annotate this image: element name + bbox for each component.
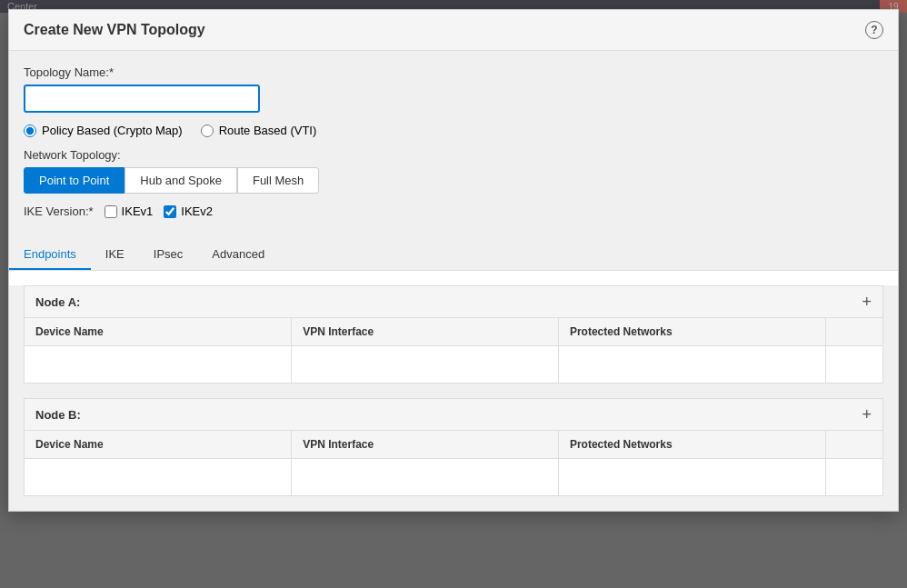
- policy-based-label: Policy Based (Crypto Map): [42, 124, 183, 137]
- node-b-header: Node B: +: [25, 399, 882, 431]
- node-b-col-device-name: Device Name: [25, 431, 292, 459]
- tabs-container: Endpoints IKE IPsec Advanced: [9, 240, 898, 271]
- modal-header: Create New VPN Topology ?: [9, 10, 898, 51]
- tab-endpoints[interactable]: Endpoints: [9, 240, 91, 270]
- node-a-vpn-cell: [292, 346, 559, 384]
- node-a-col-device-name: Device Name: [25, 318, 292, 346]
- ikev2-checkbox[interactable]: [164, 205, 176, 218]
- node-a-add-icon[interactable]: +: [862, 294, 872, 310]
- tab-advanced[interactable]: Advanced: [197, 240, 279, 270]
- node-a-table-header-row: Device Name VPN Interface Protected Netw…: [25, 318, 882, 346]
- hub-and-spoke-button[interactable]: Hub and Spoke: [125, 167, 237, 194]
- node-b-empty-row: [25, 459, 882, 496]
- node-a-title: Node A:: [35, 295, 80, 309]
- node-a-protected-cell: [558, 346, 825, 384]
- modal-overlay: Create New VPN Topology ? Topology Name:…: [0, 0, 907, 588]
- topology-name-label: Topology Name:*: [24, 65, 883, 79]
- node-a-empty-row: [25, 346, 882, 384]
- help-icon[interactable]: ?: [865, 21, 883, 39]
- node-b-vpn-cell: [292, 459, 559, 496]
- node-a-device-cell: [25, 346, 292, 384]
- node-b-table: Device Name VPN Interface Protected Netw…: [25, 431, 882, 495]
- ike-version-section: IKE Version:* IKEv1 IKEv2: [24, 204, 883, 218]
- topology-button-group: Point to Point Hub and Spoke Full Mesh: [24, 167, 883, 194]
- node-b-add-icon[interactable]: +: [862, 406, 872, 423]
- node-b-col-protected-networks: Protected Networks: [558, 431, 825, 459]
- ikev1-checkbox[interactable]: [105, 205, 117, 218]
- ikev2-option[interactable]: IKEv2: [164, 204, 213, 218]
- tab-ipsec[interactable]: IPsec: [139, 240, 198, 270]
- node-a-header: Node A: +: [25, 286, 882, 318]
- ike-version-label: IKE Version:*: [24, 204, 94, 218]
- network-topology-section: Network Topology: Point to Point Hub and…: [24, 148, 883, 194]
- full-mesh-button[interactable]: Full Mesh: [237, 167, 319, 194]
- vpn-type-radio-group: Policy Based (Crypto Map) Route Based (V…: [24, 124, 883, 137]
- node-b-col-actions: [825, 431, 882, 459]
- topology-name-section: Topology Name:*: [24, 65, 883, 113]
- network-topology-label: Network Topology:: [24, 148, 883, 162]
- node-b-protected-cell: [558, 459, 825, 496]
- node-b-table-header-row: Device Name VPN Interface Protected Netw…: [25, 431, 882, 459]
- policy-based-option[interactable]: Policy Based (Crypto Map): [24, 124, 183, 137]
- ikev2-label: IKEv2: [181, 204, 213, 218]
- node-a-col-protected-networks: Protected Networks: [558, 318, 825, 346]
- ikev1-option[interactable]: IKEv1: [105, 204, 154, 218]
- topology-name-input[interactable]: [24, 85, 260, 113]
- point-to-point-button[interactable]: Point to Point: [24, 167, 125, 194]
- route-based-option[interactable]: Route Based (VTI): [201, 124, 317, 137]
- node-b-title: Node B:: [35, 408, 81, 422]
- route-based-label: Route Based (VTI): [219, 124, 317, 137]
- node-a-col-actions: [825, 318, 882, 346]
- modal-body: Topology Name:* Policy Based (Crypto Map…: [9, 51, 898, 240]
- node-b-actions-cell: [825, 459, 882, 496]
- node-a-table: Device Name VPN Interface Protected Netw…: [25, 318, 882, 383]
- create-vpn-modal: Create New VPN Topology ? Topology Name:…: [8, 9, 899, 512]
- tab-ike[interactable]: IKE: [91, 240, 139, 270]
- node-a-actions-cell: [825, 346, 882, 384]
- node-b-device-cell: [25, 459, 292, 496]
- ikev1-label: IKEv1: [122, 204, 154, 218]
- node-a-section: Node A: + Device Name VPN Interface Prot…: [24, 285, 883, 384]
- content-area: Node A: + Device Name VPN Interface Prot…: [9, 285, 898, 511]
- route-based-radio[interactable]: [201, 125, 214, 137]
- policy-based-radio[interactable]: [24, 125, 36, 137]
- modal-title: Create New VPN Topology: [24, 22, 205, 38]
- node-a-col-vpn-interface: VPN Interface: [292, 318, 559, 346]
- node-b-section: Node B: + Device Name VPN Interface Prot…: [24, 398, 883, 496]
- node-b-col-vpn-interface: VPN Interface: [292, 431, 559, 459]
